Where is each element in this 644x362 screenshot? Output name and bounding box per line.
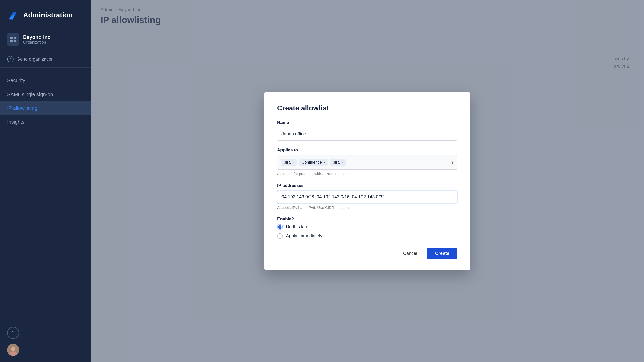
tag-remove-confluence[interactable]: × — [324, 161, 326, 164]
name-label: Name — [277, 120, 457, 125]
radio-do-this-later-input[interactable] — [277, 224, 283, 230]
go-to-org-button[interactable]: Go to organization — [0, 51, 91, 68]
sidebar-item-saml[interactable]: SAML single sign-on — [0, 87, 91, 101]
tag-remove-jira-1[interactable]: × — [292, 161, 294, 164]
svg-rect-2 — [10, 40, 13, 42]
ip-note: Accepts IPv4 and IPv6. Use CIDR notation… — [277, 205, 457, 210]
go-to-org-label: Go to organization — [17, 57, 54, 62]
radio-apply-immediately-input[interactable] — [277, 233, 283, 239]
sidebar-item-insights[interactable]: Insights — [0, 115, 91, 129]
name-field-group: Name — [277, 120, 457, 141]
svg-rect-0 — [10, 37, 13, 39]
org-section: Beyond Inc Organization — [0, 28, 91, 51]
radio-do-this-later[interactable]: Do this later — [277, 224, 457, 230]
main-content: Admin / Beyond Inc IP allowlisting sses … — [91, 0, 644, 362]
radio-do-this-later-label: Do this later — [286, 224, 310, 230]
back-arrow-icon — [7, 56, 14, 62]
radio-apply-immediately-label: Apply immediately — [286, 233, 323, 239]
cancel-button[interactable]: Cancel — [397, 248, 423, 259]
sidebar-item-ip-allowlisting[interactable]: IP allowlisting — [0, 101, 91, 115]
svg-point-4 — [7, 56, 13, 62]
org-info: Beyond Inc Organization — [23, 34, 50, 45]
enable-field-group: Enable? Do this later Apply immediately — [277, 217, 457, 239]
radio-apply-immediately[interactable]: Apply immediately — [277, 233, 457, 239]
tag-jira-1[interactable]: Jira × — [281, 159, 297, 166]
modal-title: Create allowlist — [277, 104, 457, 112]
sidebar-header: Administration — [0, 0, 91, 28]
org-type: Organization — [23, 40, 50, 45]
create-button[interactable]: Create — [427, 248, 457, 259]
sidebar-bottom: ? — [0, 321, 91, 362]
applies-to-label: Applies to — [277, 148, 457, 153]
modal-overlay: Create allowlist Name Applies to Jira × … — [91, 0, 644, 362]
create-allowlist-modal: Create allowlist Name Applies to Jira × … — [264, 92, 470, 270]
radio-group: Do this later Apply immediately — [277, 224, 457, 239]
ip-input[interactable] — [277, 191, 457, 203]
applies-note: Available for products with a Premium pl… — [277, 172, 457, 176]
avatar[interactable] — [7, 344, 19, 356]
org-name: Beyond Inc — [23, 34, 50, 40]
tag-jira-2[interactable]: Jira × — [330, 159, 346, 166]
sidebar-nav: Security SAML single sign-on IP allowlis… — [0, 68, 91, 321]
svg-point-6 — [11, 347, 15, 351]
chevron-down-icon: ▾ — [451, 160, 454, 165]
sidebar-item-security[interactable]: Security — [0, 74, 91, 87]
ip-label: IP addresses — [277, 183, 457, 188]
name-input[interactable] — [277, 128, 457, 141]
help-button[interactable]: ? — [7, 327, 19, 339]
tag-confluence[interactable]: Confluence × — [299, 159, 328, 166]
svg-rect-3 — [14, 40, 16, 42]
tag-remove-jira-2[interactable]: × — [341, 161, 343, 164]
app-title: Administration — [23, 11, 73, 19]
org-icon — [7, 33, 19, 46]
enable-label: Enable? — [277, 217, 457, 222]
applies-to-field-group: Applies to Jira × Confluence × Jira × ▾ — [277, 148, 457, 176]
applies-to-select[interactable]: Jira × Confluence × Jira × ▾ — [277, 155, 457, 170]
modal-footer: Cancel Create — [277, 248, 457, 259]
ip-field-group: IP addresses Accepts IPv4 and IPv6. Use … — [277, 183, 457, 210]
atlassian-logo — [7, 9, 19, 21]
svg-rect-1 — [14, 37, 16, 39]
sidebar: Administration Beyond Inc Organization G… — [0, 0, 91, 362]
